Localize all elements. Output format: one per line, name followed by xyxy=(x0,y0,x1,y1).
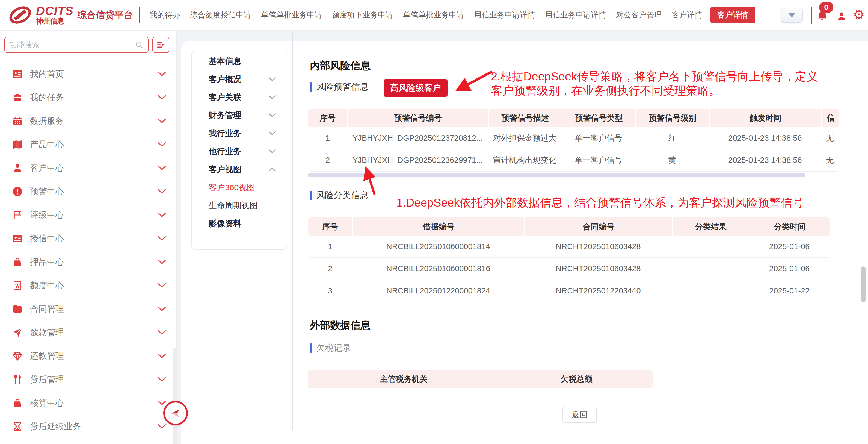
back-button[interactable]: 返回 xyxy=(562,407,597,423)
table-cell: YJBHYJXH_DGP20250123629971... xyxy=(347,149,488,171)
table-cell: 黄 xyxy=(636,149,709,171)
sidebar-item-label: 还款管理 xyxy=(30,350,158,362)
briefcase-icon xyxy=(12,92,23,103)
submenu-item-4[interactable]: 我行业务 xyxy=(192,124,287,142)
sidebar-item-11[interactable]: 放款管理 xyxy=(0,321,177,344)
annotation-note-2: 2.根据DeepSeek传导策略，将客户名下预警信号向上传导，定义 客户预警级别… xyxy=(491,69,818,98)
sidebar-item-14[interactable]: 核算中心 xyxy=(0,391,177,415)
table-row[interactable]: 1YJBHYJXH_DGP20250123720812...对外担保金额过大单一… xyxy=(308,127,839,149)
sidebar-item-label: 评级中心 xyxy=(30,209,158,221)
sidebar-item-4[interactable]: 客户中心 xyxy=(0,156,177,180)
sidebar-item-3[interactable]: 产品中心 xyxy=(0,133,177,156)
nav-item-8[interactable]: 客户详情 xyxy=(672,10,702,20)
gear-icon[interactable]: ⚙ xyxy=(853,6,865,24)
table-cell: 2025-01-23 14:38:56 xyxy=(709,149,821,171)
table-horizontal-scrollbar[interactable] xyxy=(308,173,805,177)
table-row[interactable]: 1NRCBILL2025010600001814NRCHT20250106034… xyxy=(308,236,830,258)
submenu-item-label: 客户视图 xyxy=(209,164,269,175)
sidebar-item-15[interactable]: 贷后延续业务 xyxy=(0,415,177,438)
nav-item-3[interactable]: 额度项下业务申请 xyxy=(332,10,393,20)
alert-circle-icon xyxy=(12,186,23,197)
sidebar: 我的首页我的任务数据服务产品中心客户中心预警中心评级中心授信中心押品中心额度中心… xyxy=(0,31,177,444)
risk-warning-table: 序号预警信号编号预警信号描述预警信号类型预警信号级别触发时间信1YJBHYJXH… xyxy=(308,109,839,172)
section-bar-icon xyxy=(310,344,312,353)
submenu-item-8[interactable]: 生命周期视图 xyxy=(192,197,287,214)
chevron-down-icon xyxy=(158,213,166,217)
submenu-item-label: 客户概况 xyxy=(209,74,269,85)
sidebar-collapse-button[interactable] xyxy=(163,401,188,425)
nav-active-tab[interactable]: 客户详情 xyxy=(710,6,755,24)
submenu-item-2[interactable]: 客户关联 xyxy=(192,88,287,106)
annotation-note-1: 1.DeepSeek依托内外部数据信息，结合预警信号体系，为客户探测风险预警信号 xyxy=(397,196,804,210)
sidebar-item-10[interactable]: 合同管理 xyxy=(0,297,177,321)
table-row[interactable]: 3NRCBILL2025012200001824NRCHT20250122034… xyxy=(308,280,830,302)
menu-icon xyxy=(156,40,166,50)
utensils-icon xyxy=(12,374,23,385)
menu-collapse-button[interactable] xyxy=(152,37,169,53)
sidebar-item-12[interactable]: 还款管理 xyxy=(0,344,177,368)
sidebar-item-label: 合同管理 xyxy=(30,303,158,315)
nav-item-7[interactable]: 对公客户管理 xyxy=(616,10,662,20)
submenu-item-9[interactable]: 影像资料 xyxy=(192,214,287,233)
chevron-down-icon xyxy=(788,13,795,18)
sidebar-scrollbar[interactable] xyxy=(173,348,176,444)
sidebar-item-label: 客户中心 xyxy=(30,162,158,174)
nav-item-6[interactable]: 用信业务申请详情 xyxy=(545,10,606,20)
doc-w-icon xyxy=(12,280,23,291)
chevron-down-icon xyxy=(158,142,166,147)
sidebar-item-13[interactable]: 贷后管理 xyxy=(0,368,177,391)
nav-item-4[interactable]: 单笔单批业务申请 xyxy=(403,10,464,20)
chevron-down-icon xyxy=(269,149,276,153)
table-cell xyxy=(672,258,749,279)
sidebar-item-6[interactable]: 评级中心 xyxy=(0,203,177,227)
sidebar-item-7[interactable]: 授信中心 xyxy=(0,227,177,250)
search-input[interactable] xyxy=(9,40,135,49)
table-cell: NRCBILL2025012200001824 xyxy=(352,280,524,302)
chevron-up-icon xyxy=(269,167,276,172)
column-header: 分类结果 xyxy=(672,217,749,236)
submenu-item-0[interactable]: 基本信息 xyxy=(192,52,287,70)
flag-icon xyxy=(12,210,23,220)
nav-item-5[interactable]: 用信业务申请详情 xyxy=(474,10,535,20)
table-cell: NRCBILL2025010600001816 xyxy=(352,258,524,279)
dcits-logo-icon xyxy=(6,4,34,26)
sidebar-item-2[interactable]: 数据服务 xyxy=(0,109,177,133)
page-scrollbar[interactable] xyxy=(861,266,866,302)
column-header: 借据编号 xyxy=(352,217,524,236)
brand-divider xyxy=(139,7,140,23)
sidebar-item-9[interactable]: 额度中心 xyxy=(0,274,177,297)
table-row[interactable]: 2YJBHYJXH_DGP20250123629971...审计机构出现变化单一… xyxy=(308,149,839,172)
submenu-item-3[interactable]: 财务管理 xyxy=(192,106,287,124)
sidebar-item-0[interactable]: 我的首页 xyxy=(0,62,177,86)
collapse-arrow-icon xyxy=(169,407,182,420)
chevron-down-icon xyxy=(158,354,166,358)
table-cell: 审计机构出现变化 xyxy=(488,149,562,171)
submenu-item-label: 财务管理 xyxy=(209,110,269,121)
nav-item-0[interactable]: 我的待办 xyxy=(150,10,180,20)
nav-item-1[interactable]: 综合额度授信申请 xyxy=(190,10,251,20)
table-cell: 1 xyxy=(308,127,347,149)
submenu-item-5[interactable]: 他行业务 xyxy=(192,142,287,160)
column-header: 分类时间 xyxy=(749,217,830,236)
tax-header-label: 欠税记录 xyxy=(316,342,351,354)
sidebar-item-label: 额度中心 xyxy=(30,280,158,291)
sidebar-item-5[interactable]: 预警中心 xyxy=(0,180,177,203)
submenu-item-1[interactable]: 客户概况 xyxy=(192,70,287,88)
table-cell xyxy=(672,236,749,257)
table-header-row: 主管税务机关欠税总额 xyxy=(308,370,653,388)
nav-overflow-dropdown-button[interactable] xyxy=(781,8,803,23)
chevron-down-icon xyxy=(158,424,166,429)
user-account-icon[interactable] xyxy=(836,11,847,22)
sidebar-item-label: 放款管理 xyxy=(30,327,158,338)
submenu-item-6[interactable]: 客户视图 xyxy=(192,160,287,178)
internal-risk-title: 内部风险信息 xyxy=(310,59,371,73)
sidebar-item-8[interactable]: 押品中心 xyxy=(0,250,177,274)
search-icon[interactable] xyxy=(135,40,144,49)
table-row[interactable]: 2NRCBILL2025010600001816NRCHT20250106034… xyxy=(308,258,830,280)
submenu-item-7[interactable]: 客户360视图 xyxy=(192,178,287,197)
table-header-row: 序号借据编号合同编号分类结果分类时间 xyxy=(308,217,830,236)
annotation-note-2-line1: 2.根据DeepSeek传导策略，将客户名下预警信号向上传导，定义 xyxy=(491,69,818,84)
column-header: 预警信号编号 xyxy=(347,109,488,127)
sidebar-item-1[interactable]: 我的任务 xyxy=(0,86,177,109)
nav-item-2[interactable]: 单笔单批业务申请 xyxy=(261,10,322,20)
